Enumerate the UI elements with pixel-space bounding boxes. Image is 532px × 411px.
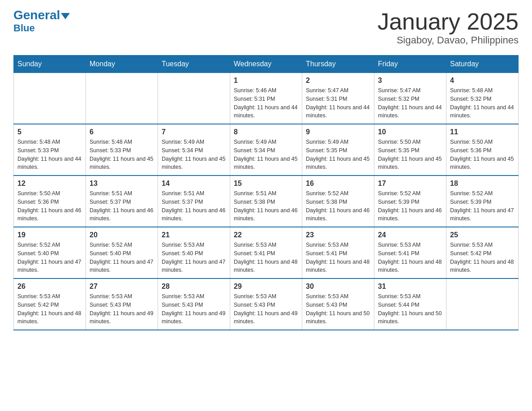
- calendar-day-cell: 27Sunrise: 5:53 AMSunset: 5:43 PMDayligh…: [86, 278, 158, 330]
- calendar-day-cell: 31Sunrise: 5:53 AMSunset: 5:44 PMDayligh…: [374, 278, 446, 330]
- day-number: 20: [90, 231, 154, 239]
- day-number: 21: [162, 231, 226, 239]
- day-of-week-header: Monday: [86, 56, 158, 73]
- calendar-day-cell: 5Sunrise: 5:48 AMSunset: 5:33 PMDaylight…: [14, 124, 86, 176]
- calendar-day-cell: 23Sunrise: 5:53 AMSunset: 5:41 PMDayligh…: [302, 227, 374, 278]
- day-number: 10: [378, 128, 442, 136]
- calendar-week-row: 1Sunrise: 5:46 AMSunset: 5:31 PMDaylight…: [14, 73, 519, 124]
- calendar-day-cell: 18Sunrise: 5:52 AMSunset: 5:39 PMDayligh…: [446, 176, 519, 227]
- calendar-day-cell: 7Sunrise: 5:49 AMSunset: 5:34 PMDaylight…: [158, 124, 230, 176]
- day-number: 17: [378, 180, 442, 188]
- calendar-day-cell: [14, 73, 86, 124]
- day-number: 23: [306, 231, 370, 239]
- calendar-day-cell: 24Sunrise: 5:53 AMSunset: 5:41 PMDayligh…: [374, 227, 446, 278]
- day-info: Sunrise: 5:52 AMSunset: 5:40 PMDaylight:…: [90, 241, 154, 274]
- day-number: 22: [234, 231, 298, 239]
- day-number: 14: [162, 180, 226, 188]
- day-number: 15: [234, 180, 298, 188]
- day-number: 16: [306, 180, 370, 188]
- day-of-week-header: Friday: [374, 56, 446, 73]
- calendar-day-cell: 6Sunrise: 5:48 AMSunset: 5:33 PMDaylight…: [86, 124, 158, 176]
- day-of-week-header: Tuesday: [158, 56, 230, 73]
- calendar-week-row: 26Sunrise: 5:53 AMSunset: 5:42 PMDayligh…: [14, 278, 519, 330]
- day-of-week-header: Thursday: [302, 56, 374, 73]
- page-header: General Blue January 2025 Sigaboy, Davao…: [13, 9, 519, 46]
- day-number: 30: [306, 283, 370, 291]
- calendar-day-cell: 22Sunrise: 5:53 AMSunset: 5:41 PMDayligh…: [230, 227, 302, 278]
- calendar-body: 1Sunrise: 5:46 AMSunset: 5:31 PMDaylight…: [14, 73, 519, 330]
- day-number: 25: [450, 231, 515, 239]
- day-info: Sunrise: 5:46 AMSunset: 5:31 PMDaylight:…: [234, 86, 298, 120]
- day-number: 4: [450, 77, 515, 85]
- day-number: 2: [306, 77, 370, 85]
- calendar-day-cell: 26Sunrise: 5:53 AMSunset: 5:42 PMDayligh…: [14, 278, 86, 330]
- day-number: 12: [17, 180, 82, 188]
- day-number: 26: [17, 283, 82, 291]
- day-info: Sunrise: 5:51 AMSunset: 5:37 PMDaylight:…: [162, 189, 226, 223]
- day-number: 11: [450, 128, 515, 136]
- calendar-day-cell: 30Sunrise: 5:53 AMSunset: 5:43 PMDayligh…: [302, 278, 374, 330]
- day-of-week-header: Sunday: [14, 56, 86, 73]
- calendar-subtitle: Sigaboy, Davao, Philippines: [378, 34, 519, 46]
- day-info: Sunrise: 5:53 AMSunset: 5:44 PMDaylight:…: [378, 292, 442, 326]
- day-number: 6: [90, 128, 154, 136]
- day-info: Sunrise: 5:53 AMSunset: 5:43 PMDaylight:…: [306, 292, 370, 326]
- calendar-day-cell: 3Sunrise: 5:47 AMSunset: 5:32 PMDaylight…: [374, 73, 446, 124]
- day-number: 8: [234, 128, 298, 136]
- calendar-day-cell: 12Sunrise: 5:50 AMSunset: 5:36 PMDayligh…: [14, 176, 86, 227]
- day-info: Sunrise: 5:47 AMSunset: 5:31 PMDaylight:…: [306, 86, 370, 120]
- calendar-day-cell: 14Sunrise: 5:51 AMSunset: 5:37 PMDayligh…: [158, 176, 230, 227]
- calendar-day-cell: [158, 73, 230, 124]
- calendar-day-cell: 1Sunrise: 5:46 AMSunset: 5:31 PMDaylight…: [230, 73, 302, 124]
- day-info: Sunrise: 5:49 AMSunset: 5:34 PMDaylight:…: [162, 138, 226, 171]
- calendar-header: SundayMondayTuesdayWednesdayThursdayFrid…: [14, 56, 519, 73]
- calendar-day-cell: 9Sunrise: 5:49 AMSunset: 5:35 PMDaylight…: [302, 124, 374, 176]
- day-of-week-header: Saturday: [446, 56, 519, 73]
- calendar-week-row: 12Sunrise: 5:50 AMSunset: 5:36 PMDayligh…: [14, 176, 519, 227]
- calendar-week-row: 5Sunrise: 5:48 AMSunset: 5:33 PMDaylight…: [14, 124, 519, 176]
- day-of-week-header: Wednesday: [230, 56, 302, 73]
- day-info: Sunrise: 5:53 AMSunset: 5:43 PMDaylight:…: [162, 292, 226, 326]
- title-block: January 2025 Sigaboy, Davao, Philippines: [378, 9, 519, 46]
- day-number: 1: [234, 77, 298, 85]
- day-info: Sunrise: 5:53 AMSunset: 5:41 PMDaylight:…: [306, 241, 370, 274]
- calendar-title: January 2025: [378, 9, 519, 34]
- calendar-day-cell: 10Sunrise: 5:50 AMSunset: 5:35 PMDayligh…: [374, 124, 446, 176]
- calendar-day-cell: 15Sunrise: 5:51 AMSunset: 5:38 PMDayligh…: [230, 176, 302, 227]
- calendar-day-cell: 13Sunrise: 5:51 AMSunset: 5:37 PMDayligh…: [86, 176, 158, 227]
- calendar-day-cell: 28Sunrise: 5:53 AMSunset: 5:43 PMDayligh…: [158, 278, 230, 330]
- day-number: 7: [162, 128, 226, 136]
- day-number: 13: [90, 180, 154, 188]
- day-number: 28: [162, 283, 226, 291]
- day-info: Sunrise: 5:53 AMSunset: 5:40 PMDaylight:…: [162, 241, 226, 274]
- day-info: Sunrise: 5:48 AMSunset: 5:32 PMDaylight:…: [450, 86, 515, 120]
- calendar-day-cell: 25Sunrise: 5:53 AMSunset: 5:42 PMDayligh…: [446, 227, 519, 278]
- day-info: Sunrise: 5:50 AMSunset: 5:35 PMDaylight:…: [378, 138, 442, 171]
- logo-blue: Blue: [13, 22, 35, 34]
- calendar-day-cell: 4Sunrise: 5:48 AMSunset: 5:32 PMDaylight…: [446, 73, 519, 124]
- days-of-week-row: SundayMondayTuesdayWednesdayThursdayFrid…: [14, 56, 519, 73]
- day-number: 29: [234, 283, 298, 291]
- calendar-day-cell: 2Sunrise: 5:47 AMSunset: 5:31 PMDaylight…: [302, 73, 374, 124]
- calendar-day-cell: 29Sunrise: 5:53 AMSunset: 5:43 PMDayligh…: [230, 278, 302, 330]
- day-number: 24: [378, 231, 442, 239]
- calendar-table: SundayMondayTuesdayWednesdayThursdayFrid…: [13, 55, 519, 330]
- day-number: 5: [17, 128, 82, 136]
- logo-general: General: [13, 9, 70, 21]
- calendar-day-cell: 11Sunrise: 5:50 AMSunset: 5:36 PMDayligh…: [446, 124, 519, 176]
- day-info: Sunrise: 5:49 AMSunset: 5:34 PMDaylight:…: [234, 138, 298, 171]
- day-info: Sunrise: 5:53 AMSunset: 5:43 PMDaylight:…: [90, 292, 154, 326]
- calendar-day-cell: 8Sunrise: 5:49 AMSunset: 5:34 PMDaylight…: [230, 124, 302, 176]
- day-info: Sunrise: 5:53 AMSunset: 5:41 PMDaylight:…: [378, 241, 442, 274]
- day-info: Sunrise: 5:49 AMSunset: 5:35 PMDaylight:…: [306, 138, 370, 171]
- day-info: Sunrise: 5:51 AMSunset: 5:38 PMDaylight:…: [234, 189, 298, 223]
- day-info: Sunrise: 5:52 AMSunset: 5:39 PMDaylight:…: [450, 189, 515, 223]
- day-number: 3: [378, 77, 442, 85]
- calendar-day-cell: [446, 278, 519, 330]
- calendar-day-cell: 19Sunrise: 5:52 AMSunset: 5:40 PMDayligh…: [14, 227, 86, 278]
- calendar-day-cell: 21Sunrise: 5:53 AMSunset: 5:40 PMDayligh…: [158, 227, 230, 278]
- logo-triangle-icon: [61, 13, 70, 19]
- day-info: Sunrise: 5:50 AMSunset: 5:36 PMDaylight:…: [17, 189, 82, 223]
- calendar-day-cell: 16Sunrise: 5:52 AMSunset: 5:38 PMDayligh…: [302, 176, 374, 227]
- day-number: 19: [17, 231, 82, 239]
